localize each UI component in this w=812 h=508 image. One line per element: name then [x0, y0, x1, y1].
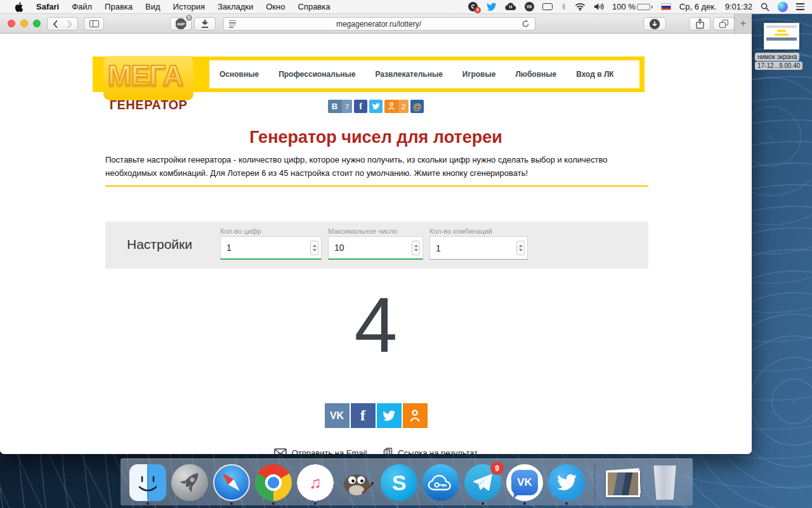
trash-icon — [652, 465, 678, 500]
menu-history[interactable]: История — [167, 0, 211, 14]
dock-launchpad[interactable] — [171, 464, 208, 501]
dock-gimp[interactable] — [339, 464, 376, 501]
menu-help[interactable]: Справка — [291, 0, 336, 14]
minimize-button[interactable] — [20, 20, 28, 27]
settings-heading: Настройки — [127, 237, 192, 252]
site-nav: Основные Профессиональные Развлекательны… — [209, 60, 639, 88]
share-widget-row: В 7 f 2 @ — [0, 100, 752, 113]
dock-itunes[interactable]: ♫ — [297, 464, 334, 501]
dock-vk-messenger[interactable]: VK — [506, 464, 543, 501]
twitter-bird-icon — [372, 103, 380, 110]
close-button[interactable] — [8, 20, 15, 27]
skype-icon: S — [381, 464, 417, 501]
ok-result-share-button[interactable] — [403, 403, 428, 428]
zoom-button[interactable] — [33, 20, 41, 27]
result-link[interactable]: Ссылка на результат — [383, 448, 478, 454]
desktop-screenshot-file[interactable]: нимок экрана 17-12...9.00.40 — [755, 23, 809, 70]
menu-edit[interactable]: Правка — [98, 0, 139, 14]
back-button[interactable] — [47, 17, 63, 30]
reload-icon[interactable] — [521, 20, 530, 28]
chevron-right-icon — [67, 20, 72, 28]
max-number-stepper[interactable] — [412, 241, 420, 255]
twitter-app-icon — [548, 464, 585, 501]
nav-item-igrovye[interactable]: Игровые — [462, 70, 496, 79]
reader-icon[interactable] — [229, 20, 236, 28]
launchpad-icon — [171, 464, 208, 501]
dock-separator — [594, 464, 595, 501]
send-email-link[interactable]: Отправить на Email — [274, 448, 367, 454]
menu-window[interactable]: Окно — [259, 0, 291, 14]
apple-menu[interactable] — [9, 2, 30, 12]
facebook-result-share-button[interactable]: f — [351, 403, 376, 428]
itunes-icon: ♫ — [297, 464, 334, 501]
twitter-share-button[interactable] — [369, 100, 383, 113]
tab-overview-button[interactable] — [713, 17, 735, 30]
address-bar[interactable]: megagenerator.ru/lottery/ — [223, 17, 535, 30]
mailru-share-button[interactable]: @ — [410, 100, 424, 113]
safari-toolbar: ABP 5 megagenerator.ru/lottery/ + — [0, 14, 752, 34]
adblock-extension-button[interactable]: ABP 5 — [170, 17, 192, 30]
digits-count-stepper[interactable] — [310, 241, 318, 255]
menu-file[interactable]: Файл — [65, 0, 98, 14]
url-text[interactable]: megagenerator.ru/lottery/ — [236, 20, 521, 29]
nav-item-professionalnye[interactable]: Профессиональные — [278, 70, 355, 79]
menu-bookmarks[interactable]: Закладки — [211, 0, 259, 14]
dock-telegram[interactable]: 9 — [464, 464, 501, 501]
file-name-label: нимок экрана 17-12...9.00.40 — [755, 53, 809, 70]
input-language-flag-icon[interactable] — [661, 3, 671, 10]
facebook-share-button[interactable]: f — [354, 100, 367, 113]
dock-chrome[interactable] — [255, 464, 292, 501]
dock-twitter[interactable] — [548, 464, 585, 501]
status-twitter-icon[interactable] — [486, 3, 497, 11]
status-app-badge-icon[interactable]: 9 — [468, 2, 478, 11]
abp-badge: 5 — [185, 14, 193, 22]
nav-item-login[interactable]: Вход в ЛК — [576, 70, 613, 79]
cloud-key-icon — [422, 464, 459, 501]
sidebar-toggle-button[interactable] — [84, 17, 104, 30]
ok-share-button[interactable]: 2 — [384, 100, 409, 113]
site-logo[interactable]: МЕГА — [82, 59, 208, 92]
new-tab-button[interactable]: + — [734, 14, 752, 33]
dock-cloud-key-app[interactable] — [422, 464, 459, 501]
digits-count-field: Кол-во цифр — [220, 227, 322, 260]
digits-count-input[interactable] — [221, 237, 321, 258]
dock-photos-stack[interactable] — [605, 464, 641, 501]
notification-center-icon[interactable] — [796, 3, 804, 10]
dock-safari[interactable] — [213, 464, 250, 501]
generated-number: 4 — [0, 283, 752, 368]
menu-app-name[interactable]: Safari — [30, 0, 65, 14]
status-vk-icon[interactable]: VK — [525, 2, 534, 11]
status-display-icon[interactable] — [542, 3, 553, 10]
combinations-count-stepper[interactable] — [516, 241, 525, 255]
nav-item-razvlekatelnye[interactable]: Развлекательные — [375, 70, 442, 79]
ok-share-count: 2 — [398, 100, 409, 113]
max-number-input[interactable] — [329, 237, 422, 258]
status-wifi-icon[interactable] — [575, 3, 586, 11]
spotlight-icon[interactable] — [761, 3, 769, 11]
combinations-count-input[interactable] — [430, 237, 527, 259]
dock-trash[interactable] — [646, 464, 683, 501]
download-arrow-icon — [200, 19, 209, 29]
telegram-icon: 9 — [464, 464, 501, 501]
menu-view[interactable]: Вид — [139, 0, 167, 14]
forward-button[interactable] — [62, 17, 78, 30]
ok-icon — [388, 102, 395, 111]
twitter-result-share-button[interactable] — [377, 403, 402, 428]
status-cloud-pause-icon[interactable] — [505, 3, 516, 11]
vk-result-share-button[interactable]: VK — [325, 403, 350, 428]
menu-date[interactable]: Ср, 6 дек. — [679, 2, 717, 11]
menu-clock[interactable]: 9:01:32 — [725, 2, 752, 11]
dock-skype[interactable]: S — [381, 464, 417, 501]
download-extension-button[interactable] — [194, 17, 216, 30]
nav-item-lyubovnye[interactable]: Любовные — [515, 70, 556, 79]
status-bluetooth-icon[interactable] — [561, 2, 566, 11]
dock-finder[interactable] — [129, 464, 166, 501]
safari-icon — [213, 464, 250, 501]
siri-icon[interactable] — [778, 2, 788, 12]
nav-item-osnovnye[interactable]: Основные — [219, 70, 259, 79]
share-button[interactable] — [689, 17, 710, 30]
status-volume-icon[interactable] — [594, 3, 604, 11]
vk-share-button[interactable]: В 7 — [328, 100, 352, 113]
downloads-button[interactable] — [643, 17, 666, 30]
battery-indicator[interactable]: 100 % — [612, 2, 653, 11]
